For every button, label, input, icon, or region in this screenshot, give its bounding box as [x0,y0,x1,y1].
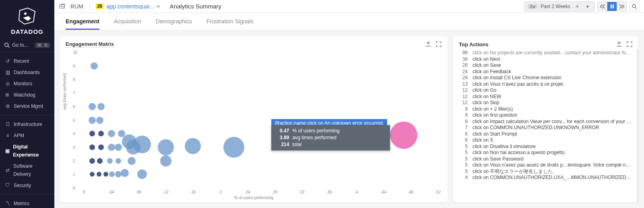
action-count: 99 [456,50,468,56]
sidebar-item-software-delivery[interactable]: ⇄Software Delivery [0,161,54,180]
sidebar-item-label: Dashboards [14,68,40,76]
svg-line-2 [8,46,10,48]
export-icon[interactable] [616,41,622,47]
bubble[interactable] [133,136,151,153]
sidebar-item-apm[interactable]: ≡APM [0,130,54,141]
tab-frustration-signals[interactable]: Frustration Signals [206,13,254,30]
search-icon [4,42,10,48]
step-back-button[interactable] [598,2,607,11]
bubble[interactable] [109,171,115,177]
action-label: click on Feedback [473,69,632,75]
bubble[interactable] [89,158,95,164]
action-row[interactable]: 5click on Non hai accesso a questo proge… [456,150,636,156]
bubble[interactable] [158,139,174,155]
action-label: click on NEW [473,94,632,100]
time-range-selector[interactable]: 2w Past 2 Weeks ▾ [524,1,595,12]
sidebar-item-recent[interactable]: ↺Recent [0,56,54,67]
bubble[interactable] [115,144,122,151]
bubble[interactable] [115,171,122,177]
action-row[interactable]: 4click on COMMON.UNAUTHORIZED.UXA_…MMON.… [456,175,636,181]
action-row[interactable]: 24click on Install CS Live Chrome extens… [456,75,636,81]
zoom-button[interactable] [630,2,639,11]
goto-search[interactable]: Go to... ⌘K [0,41,54,52]
action-count: 8 [456,119,468,125]
sidebar-item-security[interactable]: ⛉Security [0,180,54,191]
bubble[interactable] [103,172,108,177]
bubble[interactable] [97,103,105,110]
sidebar-item-digital-experience[interactable]: ▣Digital Experience [0,141,54,161]
bubble[interactable] [108,144,115,151]
bubble[interactable] [390,122,417,149]
bubble[interactable] [128,157,136,165]
bubble[interactable] [108,130,115,137]
apm-icon: ≡ [5,133,10,138]
topbar: RUM | JS app.contentsquar... Analytics S… [54,0,644,13]
bubble[interactable] [96,117,103,124]
bubble[interactable] [89,144,95,150]
delivery-icon: ⇄ [5,167,10,173]
fullscreen-icon[interactable] [626,41,633,47]
bubble[interactable] [90,172,95,177]
action-row[interactable]: 5click on Save Password [456,156,636,163]
action-row[interactable]: 5click on 不明なエラーが発生しました. [456,169,636,175]
action-row[interactable]: 6click on Start Prompt [456,131,636,138]
scatter-plot[interactable]: 0123456789100.04.08.12.16.2.24.28.32.36.… [84,52,438,188]
chart-area[interactable]: avg times performed % of users performin… [60,49,448,202]
action-row[interactable]: 5click on Disattiva il simulatore [456,144,636,150]
bubble[interactable] [116,158,121,164]
bubble[interactable] [89,103,96,110]
bubble[interactable] [107,158,113,164]
action-row[interactable]: 12click on Skip [456,100,636,106]
action-row[interactable]: 12click on NEW [456,94,636,100]
action-row[interactable]: 8click on Impact calculation Value per c… [456,119,636,125]
sidebar-item-service-mgmt[interactable]: ⚙Service Mgmt [0,101,54,112]
action-row[interactable]: 13click on Vous n'avez pas accès à ce pr… [456,81,636,88]
sidebar-item-watchdog[interactable]: ⛨Watchdog [0,89,54,101]
action-row[interactable]: 24click on Feedback [456,69,636,75]
tab-acquisition[interactable]: Acquisition [114,13,141,30]
export-icon[interactable] [425,41,431,47]
tab-demographics[interactable]: Demographics [156,13,192,30]
action-row[interactable]: 7click on COMMON.UNAUTHORIZED.UNKNOWN_ER… [456,125,636,131]
bubble[interactable] [98,131,104,136]
bubble[interactable] [97,158,103,164]
tab-engagement[interactable]: Engagement [66,13,99,30]
svg-point-1 [5,43,8,47]
bubble[interactable] [185,138,201,154]
bubble[interactable] [160,155,171,167]
fullscreen-icon[interactable] [436,41,442,47]
action-count: 5 [456,162,468,169]
action-row[interactable]: 28click on Save [456,62,636,69]
sidebar-item-infrastructure[interactable]: ☷Infrastructure [0,119,54,130]
action-row[interactable]: 12click on Go [456,87,636,94]
step-forward-button[interactable] [617,2,627,11]
action-row[interactable]: 9click on + 2 filter(s) [456,106,636,113]
sidebar-item-dashboards[interactable]: ▥Dashboards [0,67,54,78]
action-row[interactable]: 5click on Vous n'avez pas assez de droit… [456,162,636,169]
bubble[interactable] [137,169,147,179]
bubble[interactable] [89,117,96,124]
action-row[interactable]: 6click on X [456,137,636,144]
sidebar-item-metrics[interactable]: 〽Metrics [0,198,54,208]
bubble[interactable] [98,144,104,150]
top-actions-list[interactable]: 99click on No projects are currently ava… [453,49,638,202]
chevron-down-icon[interactable]: ▾ [584,2,591,10]
action-row[interactable]: 9click on first question [456,112,636,119]
pin-icon[interactable] [574,2,581,10]
action-row[interactable]: 99click on No projects are currently ava… [456,50,636,56]
bubble[interactable] [91,62,98,70]
svg-point-0 [24,12,27,15]
bubble[interactable] [223,137,244,158]
sidebar-item-monitors[interactable]: ◎Monitors [0,78,54,89]
time-quick-badge: 2w [528,4,537,9]
action-row[interactable]: 34click on Next [456,56,636,63]
app-selector[interactable]: JS app.contentsquar... [96,3,160,10]
bubble[interactable] [89,131,95,136]
action-label: click on X [473,137,632,144]
bubble[interactable] [97,172,101,177]
bubble[interactable] [121,169,129,177]
breadcrumb-root[interactable]: RUM [70,3,83,10]
y-tick: 10 [73,50,77,55]
window-icon [59,4,65,9]
pause-button[interactable] [607,2,617,11]
